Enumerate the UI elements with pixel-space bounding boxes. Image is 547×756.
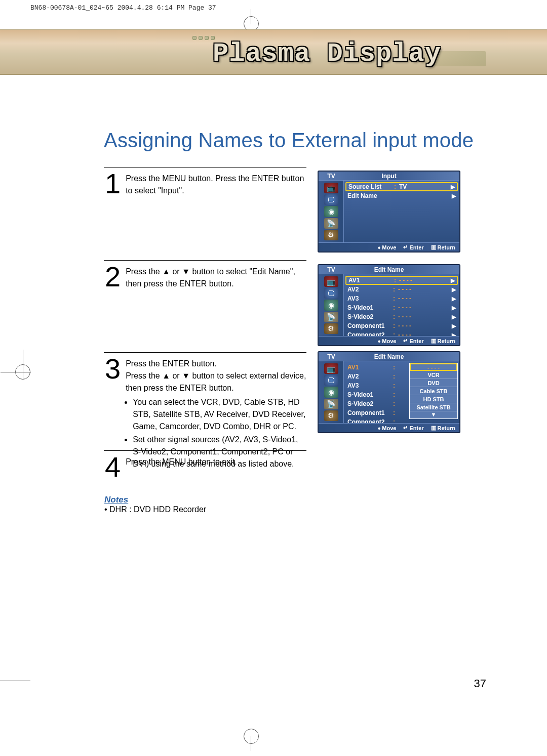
crop-line-bottom-left (0, 681, 30, 681)
footer-move: ♦ Move (378, 425, 397, 431)
setup-icon: ⚙ (324, 410, 338, 421)
osd-footer: ♦ Move ↵ Enter ▥ Return (319, 423, 459, 432)
step-number: 4 (104, 455, 126, 479)
footer-enter: ↵ Enter (403, 425, 423, 431)
osd-sidebar: 📺 🖵 ◉ 📡 ⚙ (319, 361, 344, 423)
osd-header: TV Edit Name (319, 352, 459, 361)
step-text: Press the MENU button to exit. (126, 455, 237, 479)
menu-row[interactable]: S-Video2:- - - -▶ (345, 312, 458, 321)
step-number: 2 (104, 265, 126, 290)
setup-icon: ⚙ (324, 323, 338, 334)
channel-icon: 📡 (324, 312, 338, 322)
page-title: Assigning Names to External input mode (104, 129, 474, 152)
footer-return: ▥ Return (431, 425, 455, 431)
row-value: TV (399, 183, 449, 190)
picture-icon: 🖵 (324, 194, 338, 205)
osd-tv-label: TV (319, 173, 344, 180)
popup-more-arrow-icon: ▼ (410, 411, 457, 418)
osd-footer: ♦ Move ↵ Enter ▥ Return (319, 242, 459, 251)
popup-option[interactable]: Satellite STB (410, 403, 457, 411)
step-text: Press the ▲ or ▼ button to select "Edit … (126, 265, 306, 290)
step-2: 2 Press the ▲ or ▼ button to select "Edi… (104, 260, 306, 290)
osd-screenshot-edit-name-popup: TV Edit Name 📺 🖵 ◉ 📡 ⚙ AV1:AV2:AV3:S-Vid… (318, 351, 460, 433)
osd-tv-label: TV (319, 266, 344, 273)
setup-icon: ⚙ (324, 230, 338, 240)
osd-screenshot-edit-name: TV Edit Name 📺 🖵 ◉ 📡 ⚙ AV1:- - - -▶AV2:-… (318, 264, 460, 346)
crop-header-text: BN68-00678A-01_024~65 2004.4.28 6:14 PM … (30, 4, 216, 12)
menu-row-edit-name[interactable]: Edit Name ▶ (345, 191, 458, 200)
notes-text: • DHR : DVD HDD Recorder (104, 505, 206, 514)
channel-icon: 📡 (324, 399, 338, 409)
osd-menu-title: Edit Name (344, 353, 459, 360)
crop-mark-bottom-icon (251, 736, 251, 751)
step-text: Press the MENU button. Press the ENTER b… (126, 172, 306, 197)
step-number: 1 (104, 172, 126, 197)
popup-option[interactable]: - - - - (410, 363, 457, 371)
popup-option[interactable]: HD STB (410, 395, 457, 403)
notes-section: Notes • DHR : DVD HDD Recorder (104, 495, 206, 514)
menu-row[interactable]: AV2:- - - -▶ (345, 285, 458, 294)
menu-row[interactable]: AV3:- - - -▶ (345, 294, 458, 303)
input-icon: 📺 (324, 183, 338, 193)
footer-return: ▥ Return (431, 244, 455, 250)
input-icon: 📺 (324, 363, 338, 374)
footer-enter: ↵ Enter (403, 338, 423, 344)
sound-icon: ◉ (324, 206, 338, 217)
osd-sidebar: 📺 🖵 ◉ 📡 ⚙ (319, 274, 344, 336)
osd-menu-main: Source List : TV ▶ Edit Name ▶ (344, 181, 459, 242)
input-icon: 📺 (324, 276, 338, 287)
footer-return: ▥ Return (431, 338, 455, 344)
footer-enter: ↵ Enter (403, 244, 423, 250)
osd-menu-main: AV1:- - - -▶AV2:- - - -▶AV3:- - - -▶S-Vi… (344, 274, 459, 336)
crop-mark-top-icon (251, 9, 251, 24)
osd-footer: ♦ Move ↵ Enter ▥ Return (319, 336, 459, 345)
row-label: Edit Name (347, 192, 393, 199)
osd-menu-title: Input (344, 173, 459, 180)
page-number: 37 (474, 677, 486, 690)
step-text-line: Press the ENTER button. Press the ▲ or ▼… (126, 359, 306, 392)
popup-option[interactable]: Cable STB (410, 387, 457, 395)
footer-move: ♦ Move (378, 338, 397, 344)
step-4: 4 Press the MENU button to exit. (104, 450, 306, 479)
banner-decor-dots (192, 36, 215, 40)
menu-row[interactable]: Component1:- - - -▶ (345, 321, 458, 330)
osd-menu-title: Edit Name (344, 266, 459, 273)
osd-sidebar: 📺 🖵 ◉ 📡 ⚙ (319, 181, 344, 242)
picture-icon: 🖵 (324, 288, 338, 299)
osd-header: TV Edit Name (319, 265, 459, 274)
notes-label: Notes (104, 495, 206, 505)
banner-title: Plasma Display (213, 39, 441, 69)
channel-icon: 📡 (324, 218, 338, 229)
sound-icon: ◉ (324, 300, 338, 310)
page-banner: Plasma Display (0, 29, 547, 75)
osd-tv-label: TV (319, 353, 344, 360)
bullet-item: You can select the VCR, DVD, Cable STB, … (133, 396, 306, 433)
osd-header: TV Input (319, 172, 459, 181)
menu-row-source-list[interactable]: Source List : TV ▶ (345, 182, 458, 191)
osd-screenshot-input: TV Input 📺 🖵 ◉ 📡 ⚙ Source List : TV ▶ Ed… (318, 171, 460, 253)
footer-move: ♦ Move (378, 244, 397, 250)
sound-icon: ◉ (324, 387, 338, 397)
crop-mark-left-icon (15, 364, 30, 380)
popup-option[interactable]: DVD (410, 379, 457, 387)
menu-row[interactable]: AV1:- - - -▶ (345, 276, 458, 285)
picture-icon: 🖵 (324, 375, 338, 386)
step-1: 1 Press the MENU button. Press the ENTER… (104, 167, 306, 197)
row-colon: : (394, 183, 399, 190)
device-select-popup[interactable]: - - - -VCRDVDCable STBHD STBSatellite ST… (409, 363, 458, 419)
row-arrow-icon: ▶ (449, 184, 455, 190)
row-label: Source List (348, 183, 394, 190)
menu-row[interactable]: S-Video1:- - - -▶ (345, 303, 458, 312)
popup-option[interactable]: VCR (410, 371, 457, 379)
row-arrow-icon: ▶ (450, 193, 456, 199)
